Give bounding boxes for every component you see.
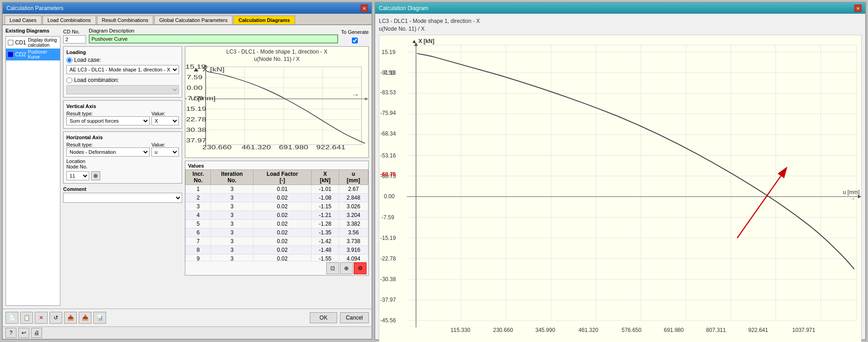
comment-section: Comment <box>63 186 182 203</box>
table-row: 330.02-1.153.026 <box>186 202 368 211</box>
svg-text:15.19: 15.19 <box>382 49 395 55</box>
comment-input[interactable] <box>63 193 182 203</box>
vert-value-label: Value: <box>151 111 179 116</box>
middle-section: Loading Load case: AE LC3 - DLC1 - Mode … <box>63 46 369 276</box>
to-generate-label: To Generate <box>341 29 369 35</box>
tab-calculation-diagrams[interactable]: Calculation Diagrams <box>233 16 295 24</box>
svg-text:-53.16: -53.16 <box>380 152 396 159</box>
preview-values-panel: LC3 - DLC1 - Mode shape 1, direction - X… <box>185 46 369 276</box>
main-close-button[interactable]: ✕ <box>361 5 368 12</box>
top-section: CD No. Diagram Description To Generate <box>63 28 369 43</box>
diagram-item-cd2[interactable]: CD2 Pushover Kurve <box>6 49 60 60</box>
cd-no-input[interactable] <box>63 35 86 43</box>
pick-node-button[interactable]: ⊕ <box>91 171 100 180</box>
svg-text:-37.97: -37.97 <box>380 297 396 303</box>
table-icon-btn1[interactable]: ⊡ <box>326 262 339 274</box>
table-icon-btn3[interactable]: ⚙ <box>354 262 367 274</box>
delete-button[interactable]: ✕ <box>35 312 48 324</box>
calc-body: LC3 - DLC1 - Mode shape 1, direction - X… <box>375 14 865 342</box>
vertical-axis-section: Vertical Axis Result type: Sum of suppor… <box>63 100 182 129</box>
preview-chart-svg: u [mm] → 15.19 7.59 0.00 -7.59 -15.19 -2… <box>185 65 368 156</box>
cd1-color-box <box>8 40 13 45</box>
vertical-axis-fields: Result type: Sum of support forces Value… <box>66 111 179 125</box>
values-section: Values Incr.No. IterationNo. Load Factor… <box>185 161 369 276</box>
svg-text:-68.34: -68.34 <box>380 130 396 137</box>
load-case-radio[interactable] <box>66 57 72 63</box>
svg-text:461.320: 461.320 <box>578 327 598 333</box>
svg-text:691.980: 691.980 <box>664 327 684 333</box>
tab-load-combinations[interactable]: Load Combinations <box>43 16 96 24</box>
values-table-wrap[interactable]: Incr.No. IterationNo. Load Factor[-] X[k… <box>185 169 368 261</box>
export3-button[interactable]: 📊 <box>93 312 106 324</box>
values-label: Values <box>185 161 368 169</box>
table-row: 530.02-1.283.382 <box>186 220 368 228</box>
svg-text:115.330: 115.330 <box>450 327 470 333</box>
export2-button[interactable]: 📥 <box>79 312 92 324</box>
horiz-result-type-label: Result type: <box>66 142 150 147</box>
dialog-body: Existing Diagrams CD1 Display during cal… <box>3 25 372 309</box>
load-combination-radio[interactable] <box>66 77 72 83</box>
table-row: 130.01-1.012.67 <box>186 185 368 194</box>
export1-button[interactable]: 📤 <box>64 312 77 324</box>
cd1-name: Display during calculation <box>28 38 58 48</box>
svg-text:→: → <box>351 92 360 98</box>
ok-button[interactable]: OK <box>310 312 337 323</box>
copy-button[interactable]: 📋 <box>20 312 33 324</box>
node-no-select[interactable]: 11 <box>66 171 89 180</box>
svg-text:→: → <box>850 195 855 201</box>
svg-text:-22.78: -22.78 <box>185 116 206 122</box>
table-icon-btn2[interactable]: ⊕ <box>340 262 353 274</box>
svg-text:▲ X [kN]: ▲ X [kN] <box>411 38 434 44</box>
to-generate-checkbox[interactable] <box>341 38 369 43</box>
svg-text:922.641: 922.641 <box>748 327 768 333</box>
vert-value-select[interactable]: X <box>151 116 179 125</box>
tab-load-cases[interactable]: Load Cases <box>5 16 42 24</box>
main-title: Calculation Parameters <box>6 5 64 11</box>
help-button[interactable]: ? <box>5 328 16 338</box>
col-u: u[mm] <box>339 170 368 185</box>
vert-result-type-group: Result type: Sum of support forces <box>66 111 150 125</box>
params-panel: Loading Load case: AE LC3 - DLC1 - Mode … <box>63 46 182 276</box>
tab-result-combinations[interactable]: Result Combinations <box>97 16 154 24</box>
svg-text:230.660: 230.660 <box>202 144 232 150</box>
horizontal-axis-label: Horizontal Axis <box>66 135 179 140</box>
diagram-list: CD1 Display during calculation CD2 Pusho… <box>5 36 60 306</box>
new-button[interactable]: 📄 <box>5 312 18 324</box>
load-case-select[interactable]: AE LC3 - DLC1 - Mode shape 1, direction … <box>66 65 179 74</box>
svg-text:-45.56: -45.56 <box>380 317 396 324</box>
horiz-value-select[interactable]: u <box>151 147 179 157</box>
print-button[interactable]: 🖨 <box>31 328 42 338</box>
table-row: 830.02-1.483.916 <box>186 246 368 255</box>
diagram-item-cd1[interactable]: CD1 Display during calculation <box>6 37 60 49</box>
table-row: 730.02-1.423.738 <box>186 237 368 246</box>
cd-no-label: CD No. <box>63 29 86 34</box>
svg-text:-83.53: -83.53 <box>380 89 396 95</box>
horiz-value-label: Value: <box>151 142 179 147</box>
svg-text:345.990: 345.990 <box>535 327 555 333</box>
table-row: 630.02-1.353.56 <box>186 228 368 237</box>
diagram-desc-group: Diagram Description <box>89 28 338 43</box>
svg-text:u [mm]: u [mm] <box>843 189 860 195</box>
undo-button[interactable]: ↩ <box>18 328 29 338</box>
tab-global-calc-params[interactable]: Global Calculation Parameters <box>154 16 232 24</box>
comment-label: Comment <box>63 186 182 192</box>
vert-result-type-select[interactable]: Sum of support forces <box>66 116 150 125</box>
svg-rect-33 <box>379 36 861 342</box>
calc-close-button[interactable]: ✕ <box>854 5 862 12</box>
vert-value-group: Value: X <box>151 111 179 125</box>
location-section: Location Node No. 11 ⊕ <box>66 158 179 180</box>
svg-text:1037.971: 1037.971 <box>793 327 815 333</box>
refresh-button[interactable]: ↺ <box>49 312 62 324</box>
cancel-button[interactable]: Cancel <box>340 312 369 323</box>
load-combination-select <box>66 85 179 94</box>
node-no-row: 11 ⊕ <box>66 171 179 180</box>
loading-label: Loading <box>66 49 179 55</box>
horiz-value-group: Value: u <box>151 142 179 157</box>
horiz-result-type-select[interactable]: Nodes - Deformation <box>66 147 150 157</box>
svg-text:0.00: 0.00 <box>384 193 395 200</box>
load-case-radio-row: Load case: <box>66 57 179 63</box>
diagram-desc-input[interactable] <box>89 34 338 43</box>
preview-panel: LC3 - DLC1 - Mode shape 1, direction - X… <box>185 46 369 158</box>
main-dialog: Calculation Parameters ✕ Load Cases Load… <box>2 2 372 340</box>
load-combination-radio-row: Load combination: <box>66 77 179 83</box>
